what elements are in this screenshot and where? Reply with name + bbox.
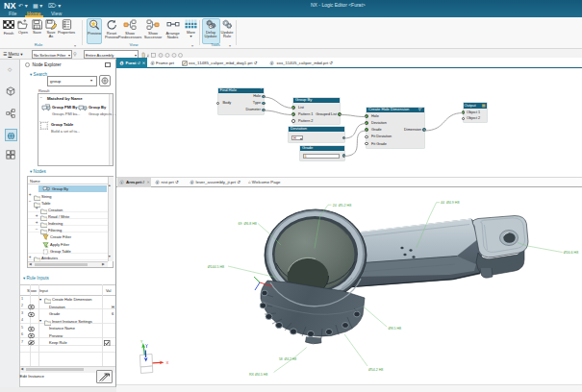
svg-text:69 Ø6.8 H8: 69 Ø6.8 H8 (238, 222, 256, 226)
svg-text:44 Ø4.9 H8: 44 Ø4.9 H8 (441, 201, 459, 205)
svg-text:RX Ø4.5 H8: RX Ø4.5 H8 (249, 372, 267, 376)
svg-text:Ø16.6 H8: Ø16.6 H8 (564, 251, 578, 255)
svg-text:Ø54.2 H8: Ø54.2 H8 (368, 367, 383, 371)
svg-text:24 Ø5.2 H8: 24 Ø5.2 H8 (333, 203, 351, 207)
svg-text:58 Ø4.2 H8: 58 Ø4.2 H8 (279, 356, 296, 360)
svg-text:Ø8.5 H8: Ø8.5 H8 (389, 326, 401, 330)
svg-text:Ø144.5 H8: Ø144.5 H8 (208, 265, 224, 269)
svg-text:Y: Y (140, 340, 143, 344)
svg-text:X: X (166, 360, 169, 365)
